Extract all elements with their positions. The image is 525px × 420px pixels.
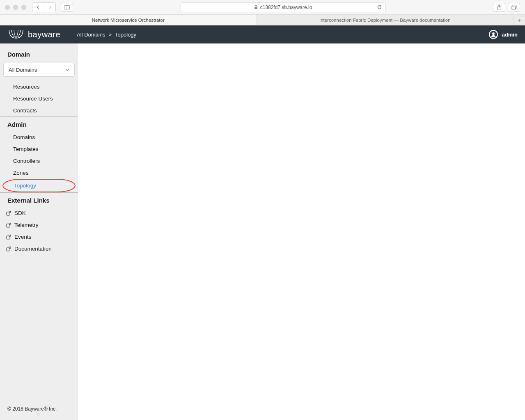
svg-rect-5 — [511, 6, 516, 9]
refresh-icon[interactable] — [377, 5, 382, 10]
sidebar-footer: © 2018 Bayware® Inc. — [0, 402, 78, 416]
domain-nav: Resources Resource Users Contracts — [0, 81, 78, 117]
forward-button[interactable] — [44, 3, 55, 12]
share-button[interactable] — [493, 3, 505, 12]
sidebar-item-label: Domains — [13, 134, 35, 140]
tab-title: Network Microservice Orchestrator — [92, 18, 165, 23]
logo[interactable]: bayware — [7, 29, 60, 40]
user-icon — [489, 30, 498, 39]
domain-select-value: All Domains — [9, 67, 37, 73]
maximize-window-icon[interactable] — [21, 5, 26, 10]
sidebar-item-label: Resource Users — [13, 96, 53, 102]
logo-text: bayware — [28, 30, 60, 39]
domain-select[interactable]: All Domains — [3, 63, 75, 77]
sidebar-item-contracts[interactable]: Contracts — [0, 105, 78, 116]
browser-tabs: Network Microservice Orchestrator Interc… — [0, 15, 525, 25]
browser-toolbar: c1382fd7.sb.bayware.io — [0, 0, 525, 15]
external-link-label: Events — [14, 234, 31, 240]
svg-rect-2 — [254, 7, 257, 9]
external-link-label: SDK — [14, 210, 26, 216]
lock-icon — [254, 5, 258, 9]
new-tab-button[interactable]: + — [514, 15, 525, 25]
section-title-admin: Admin — [0, 119, 78, 131]
external-link-label: Telemetry — [14, 222, 39, 228]
external-link-icon — [6, 222, 11, 228]
toolbar-right — [493, 3, 520, 12]
svg-point-6 — [492, 32, 495, 35]
breadcrumb-root[interactable]: All Domains — [77, 32, 105, 38]
sidebar-toggle-button[interactable] — [61, 3, 73, 12]
close-window-icon[interactable] — [5, 5, 10, 10]
external-link-icon — [6, 234, 11, 240]
chevron-down-icon — [65, 68, 69, 71]
section-title-domain: Domain — [0, 48, 78, 61]
external-link-sdk[interactable]: SDK — [0, 207, 78, 219]
sidebar-item-domains[interactable]: Domains — [0, 131, 78, 143]
sidebar-item-label: Zones — [13, 170, 29, 176]
svg-rect-0 — [64, 5, 70, 9]
user-name: admin — [502, 32, 518, 38]
sidebar-item-label: Contracts — [13, 107, 37, 114]
section-title-external: External Links — [0, 194, 78, 207]
external-link-icon — [6, 210, 11, 216]
sidebar-item-topology[interactable]: Topology — [2, 179, 76, 192]
sidebar-item-templates[interactable]: Templates — [0, 143, 78, 155]
admin-nav: Domains Templates Controllers Zones Topo… — [0, 131, 78, 193]
external-link-telemetry[interactable]: Telemetry — [0, 219, 78, 231]
main-content — [78, 43, 525, 420]
tabs-button[interactable] — [508, 3, 520, 12]
sidebar-item-resources[interactable]: Resources — [0, 81, 78, 93]
sidebar-item-controllers[interactable]: Controllers — [0, 155, 78, 167]
sidebar-item-label: Resources — [13, 84, 40, 90]
back-button[interactable] — [32, 3, 44, 12]
external-link-documentation[interactable]: Documentation — [0, 243, 78, 255]
sidebar: Domain All Domains Resources Resource Us… — [0, 43, 78, 420]
sidebar-item-label: Topology — [14, 183, 36, 189]
breadcrumb: All Domains > Topology — [77, 32, 136, 38]
external-link-icon — [6, 246, 11, 251]
external-nav: SDK Telemetry Events Documentation — [0, 207, 78, 255]
browser-tab[interactable]: Network Microservice Orchestrator — [0, 15, 257, 25]
url-text: c1382fd7.sb.bayware.io — [260, 5, 312, 10]
browser-tab[interactable]: Interconnection Fabric Deployment — Bayw… — [257, 15, 514, 25]
sidebar-item-label: Templates — [13, 146, 39, 152]
minimize-window-icon[interactable] — [13, 5, 18, 10]
address-bar[interactable]: c1382fd7.sb.bayware.io — [181, 2, 386, 12]
app-header: bayware All Domains > Topology admin — [0, 25, 525, 43]
app-body: Domain All Domains Resources Resource Us… — [0, 43, 525, 420]
sidebar-item-label: Controllers — [13, 158, 40, 164]
sidebar-item-resource-users[interactable]: Resource Users — [0, 93, 78, 105]
nav-buttons — [32, 2, 56, 12]
external-link-events[interactable]: Events — [0, 231, 78, 243]
window-controls — [5, 5, 26, 10]
breadcrumb-separator: > — [108, 32, 112, 38]
user-menu[interactable]: admin — [489, 30, 518, 39]
tab-title: Interconnection Fabric Deployment — Bayw… — [319, 18, 451, 23]
sidebar-item-zones[interactable]: Zones — [0, 167, 78, 179]
external-link-label: Documentation — [14, 246, 52, 252]
logo-icon — [7, 29, 25, 40]
breadcrumb-current: Topology — [115, 32, 136, 38]
